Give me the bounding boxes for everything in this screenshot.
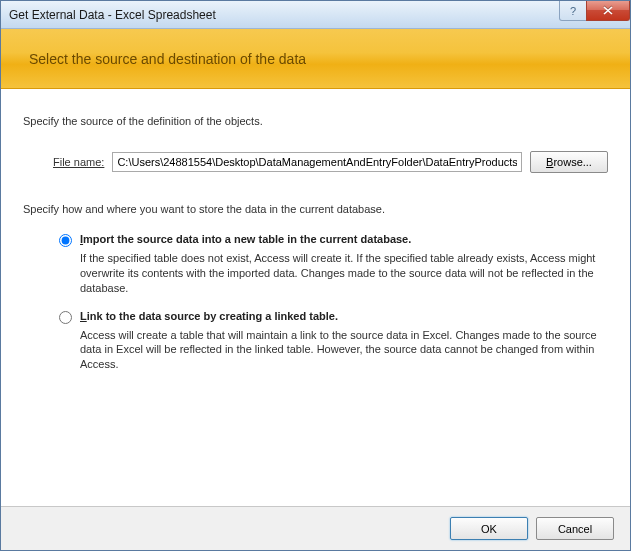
- close-icon: [603, 6, 613, 15]
- radio-link[interactable]: [59, 311, 72, 324]
- specify-source-text: Specify the source of the definition of …: [23, 115, 608, 127]
- window-title: Get External Data - Excel Spreadsheet: [9, 8, 559, 22]
- help-icon: ?: [570, 5, 576, 17]
- footer: OK Cancel: [1, 506, 630, 550]
- browse-button[interactable]: Browse...: [530, 151, 608, 173]
- ok-button[interactable]: OK: [450, 517, 528, 540]
- radio-link-label: Link to the data source by creating a li…: [80, 310, 338, 322]
- content-area: Specify the source of the definition of …: [1, 89, 630, 506]
- banner: Select the source and destination of the…: [1, 29, 630, 89]
- titlebar: Get External Data - Excel Spreadsheet ?: [1, 1, 630, 29]
- radio-import-description: If the specified table does not exist, A…: [80, 251, 608, 296]
- radio-import-row[interactable]: Import the source data into a new table …: [59, 233, 608, 247]
- file-row: File name: Browse...: [23, 151, 608, 173]
- help-button[interactable]: ?: [559, 1, 587, 21]
- radio-import-label: Import the source data into a new table …: [80, 233, 411, 245]
- titlebar-buttons: ?: [559, 1, 630, 28]
- dialog-window: Get External Data - Excel Spreadsheet ? …: [0, 0, 631, 551]
- cancel-button[interactable]: Cancel: [536, 517, 614, 540]
- radio-import[interactable]: [59, 234, 72, 247]
- radio-link-description: Access will create a table that will mai…: [80, 328, 608, 373]
- file-name-label: File name:: [53, 156, 104, 168]
- banner-heading: Select the source and destination of the…: [29, 51, 306, 67]
- option-import: Import the source data into a new table …: [59, 233, 608, 296]
- specify-store-text: Specify how and where you want to store …: [23, 203, 608, 215]
- file-name-input[interactable]: [112, 152, 522, 172]
- close-button[interactable]: [586, 1, 630, 21]
- radio-link-row[interactable]: Link to the data source by creating a li…: [59, 310, 608, 324]
- option-link: Link to the data source by creating a li…: [59, 310, 608, 373]
